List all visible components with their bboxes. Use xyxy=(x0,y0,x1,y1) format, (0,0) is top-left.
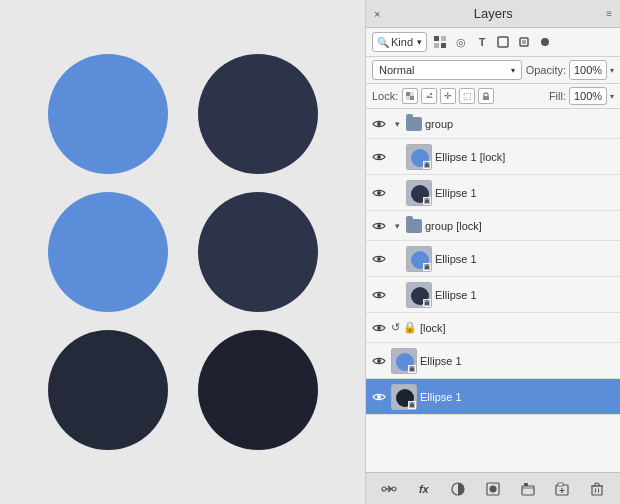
ellipse1c-visibility[interactable] xyxy=(370,286,388,304)
svg-rect-4 xyxy=(498,37,508,47)
svg-rect-3 xyxy=(441,43,446,48)
group1-visibility-toggle[interactable] xyxy=(370,115,388,133)
lock-row-lock-icon: 🔒 xyxy=(403,321,417,334)
adjustment-btn[interactable] xyxy=(447,478,469,500)
opacity-arrow[interactable]: ▾ xyxy=(610,66,614,75)
layer-ellipse1-a[interactable]: Ellipse 1 xyxy=(366,175,620,211)
svg-rect-8 xyxy=(410,96,414,100)
ellipse1lock-name: Ellipse 1 [lock] xyxy=(435,151,616,163)
svg-rect-2 xyxy=(434,43,439,48)
svg-rect-1 xyxy=(441,36,446,41)
blend-mode-arrow: ▾ xyxy=(511,66,515,75)
ellipse1d-name: Ellipse 1 xyxy=(420,355,616,367)
group1-name: group xyxy=(425,118,616,130)
blend-mode-value: Normal xyxy=(379,64,414,76)
opacity-input[interactable]: 100% xyxy=(569,60,607,80)
svg-rect-60 xyxy=(558,483,563,486)
svg-point-27 xyxy=(377,257,381,261)
kind-dropdown-arrow: ▾ xyxy=(417,37,422,47)
layer-ellipse1-lock[interactable]: Ellipse 1 [lock] xyxy=(366,139,620,175)
group2-visibility-toggle[interactable] xyxy=(370,217,388,235)
new-layer-btn[interactable] xyxy=(551,478,573,500)
lock-label: Lock: xyxy=(372,90,398,102)
svg-rect-61 xyxy=(592,486,602,495)
layers-list: ▾ group Ellipse 1 [lock] xyxy=(366,109,620,472)
ellipse1d-visibility[interactable] xyxy=(370,352,388,370)
blend-mode-select[interactable]: Normal ▾ xyxy=(372,60,522,80)
fx-btn[interactable]: fx xyxy=(413,478,435,500)
link-layers-btn[interactable] xyxy=(378,478,400,500)
ellipse1b-name: Ellipse 1 xyxy=(435,253,616,265)
layer-ellipse1-b[interactable]: Ellipse 1 xyxy=(366,241,620,277)
panel-title: Layers xyxy=(474,6,513,21)
svg-point-53 xyxy=(392,487,396,491)
layer-ellipse1-e[interactable]: Ellipse 1 xyxy=(366,379,620,415)
lock-special-row[interactable]: ↺ 🔒 [lock] xyxy=(366,313,620,343)
svg-rect-0 xyxy=(434,36,439,41)
ellipse1lock-visibility[interactable] xyxy=(370,148,388,166)
svg-rect-25 xyxy=(425,200,429,203)
lock-row-name: [lock] xyxy=(420,322,616,334)
svg-rect-45 xyxy=(410,368,414,371)
ellipse1a-name: Ellipse 1 xyxy=(435,187,616,199)
circle-row-3 xyxy=(48,330,318,450)
filter-adjust-icon[interactable]: ◎ xyxy=(452,33,470,51)
svg-point-52 xyxy=(382,487,386,491)
fill-arrow[interactable]: ▾ xyxy=(610,92,614,101)
svg-rect-57 xyxy=(522,486,534,495)
svg-point-14 xyxy=(377,155,381,159)
filter-pixel-icon[interactable] xyxy=(431,33,449,51)
svg-rect-32 xyxy=(425,266,429,269)
delete-layer-btn[interactable] xyxy=(586,478,608,500)
mask-btn[interactable] xyxy=(482,478,504,500)
lock-transparent-btn[interactable] xyxy=(402,88,418,104)
lock-icons: ✛ ⬚ xyxy=(402,88,494,104)
group1-header[interactable]: ▾ group xyxy=(366,109,620,139)
ellipse1e-name: Ellipse 1 xyxy=(420,391,616,403)
svg-point-11 xyxy=(430,93,432,95)
circle-dark-4 xyxy=(198,330,318,450)
lock-row-visibility[interactable] xyxy=(370,319,388,337)
svg-point-26 xyxy=(377,224,381,228)
layer-ellipse1-d[interactable]: Ellipse 1 xyxy=(366,343,620,379)
ellipse1a-visibility[interactable] xyxy=(370,184,388,202)
layers-panel: × Layers ≡ 🔍 Kind ▾ ◎ T xyxy=(365,0,620,504)
svg-point-46 xyxy=(377,395,381,399)
layer-ellipse1-c[interactable]: Ellipse 1 xyxy=(366,277,620,313)
group-btn[interactable] xyxy=(517,478,539,500)
lockfill-bar: Lock: ✛ ⬚ Fill: 100% ▾ xyxy=(366,84,620,109)
titlebar-icons: ≡ xyxy=(606,8,612,19)
lock-image-btn[interactable] xyxy=(421,88,437,104)
opacity-section: Opacity: 100% ▾ xyxy=(526,60,614,80)
ellipse1b-visibility[interactable] xyxy=(370,250,388,268)
opacity-label: Opacity: xyxy=(526,64,566,76)
panel-menu-icon[interactable]: ≡ xyxy=(606,8,612,19)
panel-titlebar: × Layers ≡ xyxy=(366,0,620,28)
blend-mode-bar: Normal ▾ Opacity: 100% ▾ xyxy=(366,57,620,84)
svg-rect-58 xyxy=(524,483,528,486)
fill-input[interactable]: 100% xyxy=(569,87,607,105)
lock-all-btn[interactable] xyxy=(478,88,494,104)
group1-expand-arrow[interactable]: ▾ xyxy=(391,118,403,130)
filter-shape-icon[interactable] xyxy=(494,33,512,51)
group2-header[interactable]: ▾ group [lock] xyxy=(366,211,620,241)
group2-expand-arrow[interactable]: ▾ xyxy=(391,220,403,232)
lock-position-btn[interactable]: ✛ xyxy=(440,88,456,104)
svg-rect-7 xyxy=(406,92,410,96)
svg-rect-51 xyxy=(410,404,414,407)
filter-text-icon[interactable]: T xyxy=(473,33,491,51)
circle-blue-2 xyxy=(48,192,168,312)
lock-artboard-btn[interactable]: ⬚ xyxy=(459,88,475,104)
ellipse1e-visibility[interactable] xyxy=(370,388,388,406)
kind-filter-select[interactable]: 🔍 Kind ▾ xyxy=(372,32,427,52)
circle-blue-1 xyxy=(48,54,168,174)
panel-close-icon[interactable]: × xyxy=(374,8,380,20)
canvas-area xyxy=(0,0,365,504)
filter-smartobj-icon[interactable] xyxy=(515,33,533,51)
fill-section: Fill: 100% ▾ xyxy=(549,87,614,105)
fill-label: Fill: xyxy=(549,90,566,102)
svg-point-13 xyxy=(377,122,381,126)
ellipse1c-thumb xyxy=(406,282,432,308)
svg-point-33 xyxy=(377,293,381,297)
filter-dot-icon[interactable] xyxy=(536,33,554,51)
